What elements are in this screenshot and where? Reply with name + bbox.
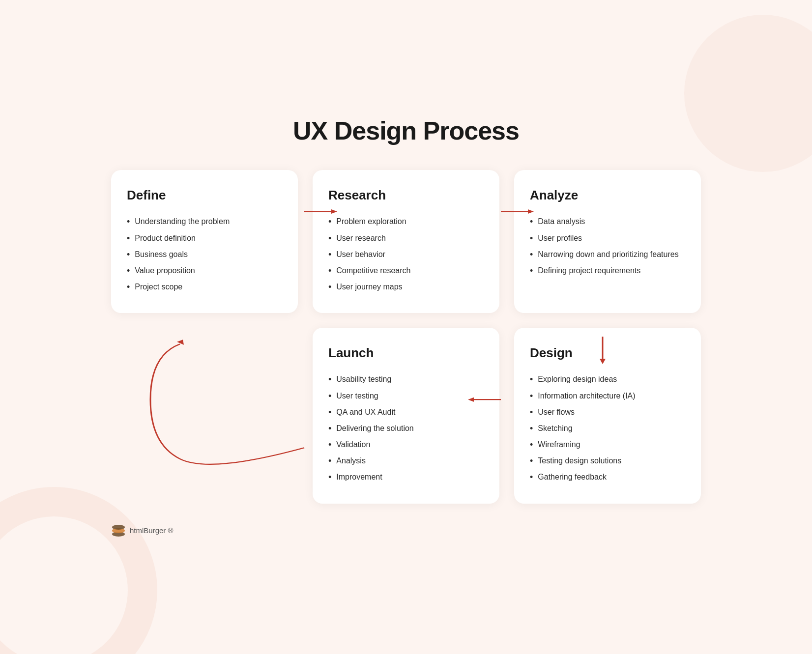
footer: htmlBurger ® — [111, 523, 701, 538]
list-item: Project scope — [127, 279, 282, 295]
card-launch-title: Launch — [328, 345, 484, 361]
footer-brand-name: htmlBurger ® — [130, 526, 174, 535]
empty-bottom-left — [111, 328, 298, 503]
process-grid: Define Understanding the problem Product… — [111, 170, 701, 503]
list-item: Narrowing down and prioritizing features — [530, 247, 685, 263]
card-design: Design Exploring design ideas Informatio… — [514, 328, 701, 503]
list-item: Analysis — [328, 453, 484, 469]
page-title: UX Design Process — [111, 116, 701, 145]
card-launch-list: Usability testing User testing QA and UX… — [328, 371, 484, 485]
list-item: Product definition — [127, 230, 282, 247]
card-launch: Launch Usability testing User testing QA… — [313, 328, 499, 503]
list-item: Exploring design ideas — [530, 371, 685, 388]
card-research-list: Problem exploration User research User b… — [328, 214, 484, 295]
list-item: Data analysis — [530, 214, 685, 230]
list-item: Usability testing — [328, 371, 484, 388]
list-item: User research — [328, 230, 484, 247]
list-item: Defining project requirements — [530, 263, 685, 279]
list-item: QA and UX Audit — [328, 404, 484, 421]
list-item: Delivering the solution — [328, 421, 484, 437]
list-item: User journey maps — [328, 279, 484, 295]
card-define-list: Understanding the problem Product defini… — [127, 214, 282, 295]
card-design-title: Design — [530, 345, 685, 361]
svg-point-11 — [112, 525, 125, 530]
hamburger-icon — [111, 523, 126, 538]
list-item: User profiles — [530, 230, 685, 247]
card-define: Define Understanding the problem Product… — [111, 170, 298, 313]
footer-logo: htmlBurger ® — [111, 523, 174, 538]
list-item: Information architecture (IA) — [530, 388, 685, 404]
list-item: User flows — [530, 404, 685, 421]
card-research-title: Research — [328, 188, 484, 203]
list-item: Value proposition — [127, 263, 282, 279]
list-item: User behavior — [328, 247, 484, 263]
card-define-title: Define — [127, 188, 282, 203]
card-analyze-list: Data analysis User profiles Narrowing do… — [530, 214, 685, 279]
card-design-list: Exploring design ideas Information archi… — [530, 371, 685, 485]
card-analyze-title: Analyze — [530, 188, 685, 203]
bg-decoration-circle-2 — [684, 15, 812, 172]
list-item: Gathering feedback — [530, 469, 685, 485]
list-item: Business goals — [127, 247, 282, 263]
list-item: Sketching — [530, 421, 685, 437]
page-wrapper: UX Design Process Define Understanding — [111, 116, 701, 538]
card-analyze: Analyze Data analysis User profiles Narr… — [514, 170, 701, 313]
list-item: Problem exploration — [328, 214, 484, 230]
list-item: Improvement — [328, 469, 484, 485]
list-item: Competitive research — [328, 263, 484, 279]
list-item: Testing design solutions — [530, 453, 685, 469]
card-research: Research Problem exploration User resear… — [313, 170, 499, 313]
list-item: Understanding the problem — [127, 214, 282, 230]
list-item: Validation — [328, 437, 484, 453]
list-item: Wireframing — [530, 437, 685, 453]
list-item: User testing — [328, 388, 484, 404]
